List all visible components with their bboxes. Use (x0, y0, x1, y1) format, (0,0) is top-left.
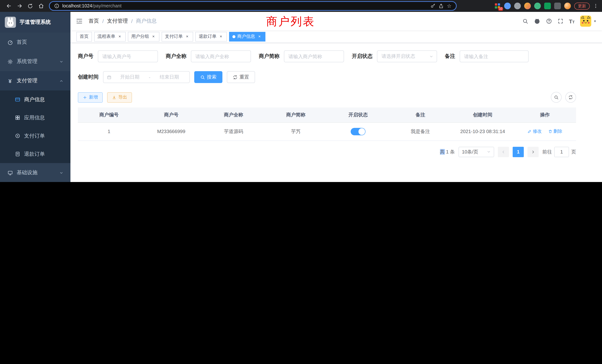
goto-page-input[interactable] (554, 147, 569, 157)
extension-vue-devtools-icon[interactable] (534, 3, 541, 9)
browser-reload-icon[interactable] (25, 1, 35, 11)
sidebar-item-label: 应用信息 (24, 114, 45, 121)
tag-pay-order[interactable]: 支付订单 × (162, 32, 193, 41)
search-button[interactable]: 搜索 (194, 71, 222, 83)
tag-close-icon[interactable]: × (257, 34, 262, 39)
yen-icon: ¥ (7, 78, 13, 84)
browser-home-icon[interactable] (36, 1, 46, 11)
filter-row-2: 创建时间 开始日期 - 结束日期 搜索 (78, 71, 595, 83)
merchant-short-input[interactable] (284, 50, 344, 62)
extension-notes-icon[interactable] (544, 3, 551, 9)
filter-merchant-no: 商户号 (78, 50, 158, 62)
password-key-icon[interactable] (430, 3, 436, 9)
breadcrumb-item-payment[interactable]: 支付管理 (107, 18, 128, 24)
active-tag-dot (232, 35, 235, 38)
col-actions: 操作 (514, 107, 576, 122)
font-size-icon[interactable]: TT (569, 18, 575, 24)
user-menu[interactable]: ▼ (580, 16, 596, 27)
add-button[interactable]: 新增 (78, 92, 103, 103)
tag-user-group[interactable]: 用户分组 × (128, 32, 159, 41)
sidebar-item-label: 系统管理 (17, 58, 37, 65)
search-button-label: 搜索 (207, 74, 216, 80)
sidebar-item-label: 支付管理 (17, 77, 37, 84)
delete-link[interactable]: 删除 (548, 128, 562, 135)
sidebar-item-app-info[interactable]: 应用信息 (0, 109, 70, 127)
extension-pin-icon[interactable] (554, 3, 561, 9)
bookmark-star-icon[interactable]: ☆ (447, 3, 452, 9)
table-header-row: 商户编号 商户号 商户全称 商户简称 开启状态 备注 创建时间 操作 (78, 107, 576, 122)
create-time-range-picker[interactable]: 开始日期 - 结束日期 (103, 71, 190, 83)
profile-avatar-icon[interactable] (564, 3, 571, 9)
next-page-button[interactable] (527, 147, 539, 157)
sidebar-fold-icon[interactable] (76, 18, 83, 24)
breadcrumb-separator: / (102, 18, 104, 24)
edit-link[interactable]: 修改 (527, 128, 542, 135)
app-logo[interactable]: 芋道管理系统 (0, 12, 70, 33)
filter-create-time: 创建时间 开始日期 - 结束日期 (78, 71, 190, 83)
page-annotation: 商户列表 (266, 14, 315, 29)
sidebar-item-infrastructure[interactable]: 基础设施 (0, 163, 70, 182)
sidebar-item-label: 首页 (17, 39, 27, 46)
sidebar-item-refund-order[interactable]: 退款订单 (0, 145, 70, 163)
help-icon[interactable] (546, 18, 552, 24)
toggle-search-button[interactable] (551, 92, 562, 103)
chevron-left-icon (501, 150, 506, 154)
browser-menu-icon[interactable] (593, 3, 598, 9)
page-size-select[interactable]: 10条/页 (459, 147, 494, 157)
share-icon[interactable] (439, 3, 444, 9)
address-bar[interactable]: localhost:1024/pay/merchant ☆ (49, 1, 457, 11)
trash-icon (548, 129, 552, 133)
sidebar-item-pay-order[interactable]: 支付订单 (0, 127, 70, 145)
filter-remark: 备注 (445, 50, 529, 62)
fullscreen-icon[interactable] (558, 18, 563, 24)
browser-forward-icon[interactable] (14, 1, 24, 11)
tag-process-form[interactable]: 流程表单 × (94, 32, 126, 41)
tag-merchant-info[interactable]: 商户信息 × (229, 32, 265, 41)
tag-home[interactable]: 首页 (76, 32, 92, 41)
sidebar-item-merchant-info[interactable]: 商户信息 (0, 90, 70, 109)
export-button-label: 导出 (118, 94, 127, 100)
date-range-separator: - (148, 74, 151, 80)
breadcrumb-item-current: 商户信息 (136, 18, 157, 24)
github-icon[interactable] (534, 18, 540, 24)
tag-close-icon[interactable]: × (185, 34, 190, 39)
filter-label: 商户号 (78, 53, 98, 60)
breadcrumb-item-home[interactable]: 首页 (89, 18, 99, 24)
refresh-table-button[interactable] (565, 92, 576, 103)
extension-gray-icon[interactable] (514, 3, 521, 9)
site-info-icon[interactable] (54, 3, 59, 9)
sidebar-submenu-payment: 商户信息 应用信息 支付订单 退款订单 (0, 90, 70, 163)
tag-refund-order[interactable]: 退款订单 × (195, 32, 227, 41)
tag-close-icon[interactable]: × (218, 34, 224, 39)
browser-back-icon[interactable] (4, 1, 14, 11)
edit-link-label: 修改 (533, 128, 542, 135)
app-logo-avatar (5, 17, 16, 28)
col-remark: 备注 (389, 107, 452, 122)
status-toggle[interactable] (351, 128, 366, 135)
merchant-no-input[interactable] (98, 50, 158, 62)
tag-close-icon[interactable]: × (117, 34, 122, 39)
reset-button[interactable]: 重置 (227, 71, 255, 83)
page-suffix: 页 (571, 149, 576, 155)
top-navbar: 首页 / 支付管理 / 商户信息 商户列表 (70, 12, 602, 30)
search-icon[interactable] (522, 18, 528, 24)
prev-page-button[interactable] (498, 147, 509, 157)
export-button[interactable]: 导出 (107, 92, 132, 103)
extension-avatar-icon[interactable] (524, 3, 531, 9)
browser-update-button[interactable]: 更新 (574, 2, 590, 10)
cell-create-time: 2021-10-23 08:31:14 (452, 122, 514, 140)
sidebar-item-system[interactable]: 系统管理 (0, 52, 70, 71)
table-tools (551, 92, 576, 103)
merchant-name-input[interactable] (191, 50, 251, 62)
status-select[interactable]: 请选择开启状态 (377, 50, 437, 62)
user-avatar (580, 16, 591, 27)
chevron-right-icon (531, 150, 535, 154)
tag-close-icon[interactable]: × (151, 34, 156, 39)
remark-input[interactable] (460, 50, 529, 62)
tag-label: 支付订单 (165, 33, 183, 40)
extensions-puzzle-icon[interactable]: 10 (494, 3, 501, 9)
page-1-button[interactable]: 1 (513, 147, 524, 157)
extension-drop-icon[interactable] (504, 3, 511, 9)
sidebar-item-payment[interactable]: ¥ 支付管理 (0, 71, 70, 90)
sidebar-item-home[interactable]: 首页 (0, 33, 70, 52)
